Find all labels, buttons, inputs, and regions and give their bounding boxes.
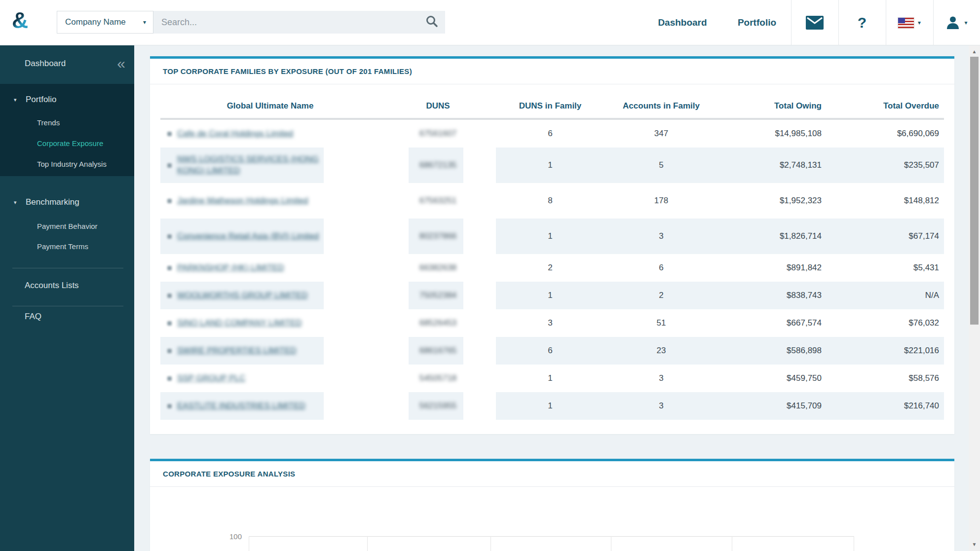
sidebar-item-payment-terms[interactable]: Payment Terms — [37, 241, 88, 253]
table-row: Convenience Retail Asia (BVI) Limited 80… — [160, 219, 944, 254]
exposure-table: Global Ultimate Name DUNS DUNS in Family… — [160, 84, 944, 420]
duns-in-family-cell: 2 — [496, 254, 604, 282]
row-marker-icon — [167, 163, 172, 168]
row-marker-icon — [167, 132, 172, 136]
gridline-vertical — [854, 536, 854, 551]
search-bar — [153, 11, 445, 34]
company-name-cell: WOOLWORTHS GROUP LIMITED — [160, 282, 380, 309]
table-row: NWS LOGISTICS SERVICES (HONG KONG) LIMIT… — [160, 147, 944, 183]
col-duns: DUNS — [380, 101, 496, 111]
exposure-table-header: Global Ultimate Name DUNS DUNS in Family… — [160, 84, 944, 118]
scroll-down-arrow-icon[interactable]: ▼ — [969, 542, 980, 547]
total-owing-cell: $2,748,131 — [718, 147, 827, 183]
mail-icon[interactable] — [791, 0, 838, 45]
duns-cell: 54505718 — [380, 365, 496, 392]
company-name-link[interactable]: Convenience Retail Asia (BVI) Limited — [177, 231, 319, 242]
chevron-down-icon: ▾ — [14, 196, 17, 208]
duns-in-family-cell: 1 — [496, 282, 604, 309]
accounts-in-family-cell: 3 — [604, 365, 718, 392]
table-row: Jardine Matheson Holdings Limited 675632… — [160, 183, 944, 219]
company-name-dropdown[interactable]: Company Name ▾ — [57, 11, 153, 34]
sidebar-item-corporate-exposure[interactable]: Corporate Exposure — [37, 138, 103, 149]
accounts-in-family-cell: 2 — [604, 282, 718, 309]
total-overdue-cell: $76,032 — [827, 309, 944, 337]
dnb-logo[interactable]: & — [12, 7, 28, 34]
col-total-overdue: Total Overdue — [827, 101, 944, 111]
total-overdue-cell: $58,576 — [827, 365, 944, 392]
table-row: Cafe de Coral Holdings Limited 67561607 … — [160, 120, 944, 147]
gridline-100 — [249, 536, 854, 537]
company-name-link[interactable]: Cafe de Coral Holdings Limited — [177, 128, 293, 140]
total-overdue-cell: $216,740 — [827, 392, 944, 420]
vertical-scrollbar[interactable]: ▲ ▼ — [969, 45, 980, 551]
total-owing-cell: $14,985,108 — [718, 120, 827, 147]
company-name-link[interactable]: NWS LOGISTICS SERVICES (HONG KONG) LIMIT… — [177, 154, 325, 177]
sidebar-item-benchmarking[interactable]: Benchmarking — [26, 196, 79, 208]
nav-portfolio-link[interactable]: Portfolio — [738, 0, 776, 45]
accounts-in-family-cell: 5 — [604, 147, 718, 183]
sidebar-item-faq[interactable]: FAQ — [25, 311, 41, 323]
sidebar-item-top-industry-analysis[interactable]: Top Industry Analysis — [37, 158, 107, 170]
company-name-link[interactable]: SSP GROUP PLC — [177, 373, 245, 384]
company-name-link[interactable]: SWIRE PROPERTIES LIMITED — [177, 345, 297, 357]
sidebar-divider — [12, 268, 123, 268]
company-name-cell: NWS LOGISTICS SERVICES (HONG KONG) LIMIT… — [160, 147, 380, 183]
search-icon[interactable] — [425, 15, 438, 30]
user-menu[interactable]: ▾ — [933, 0, 980, 45]
total-owing-cell: $838,743 — [718, 282, 827, 309]
company-name-link[interactable]: EASTLITE INDUSTRIES LIMITED — [177, 401, 305, 412]
language-flag-dropdown[interactable]: ▾ — [886, 0, 933, 45]
duns-in-family-cell: 1 — [496, 147, 604, 183]
top-header: & Company Name ▾ Dashboard Portfolio ? ▾ — [0, 0, 980, 45]
duns-in-family-cell: 8 — [496, 183, 604, 219]
accounts-in-family-cell: 6 — [604, 254, 718, 282]
duns-cell: 68526453 — [380, 309, 496, 337]
gridline-vertical — [732, 536, 732, 551]
nav-dashboard-link[interactable]: Dashboard — [658, 0, 707, 45]
duns-cell: 66382638 — [380, 254, 496, 282]
total-owing-cell: $667,574 — [718, 309, 827, 337]
sidebar-item-accounts-lists[interactable]: Accounts Lists — [25, 280, 79, 292]
analysis-card-title: CORPORATE EXPOSURE ANALYSIS — [163, 470, 295, 478]
total-owing-cell: $1,952,323 — [718, 183, 827, 219]
sidebar-divider — [12, 306, 123, 306]
row-marker-icon — [167, 266, 172, 270]
table-row: SWIRE PROPERTIES LIMITED 68616765 6 23 $… — [160, 337, 944, 365]
total-overdue-cell: $6,690,069 — [827, 120, 944, 147]
sidebar: Dashboard « ▾ Portfolio Trends Corporate… — [0, 45, 134, 551]
exposure-chart: 100 90 — [150, 487, 954, 551]
sidebar-item-dashboard[interactable]: Dashboard — [25, 58, 66, 70]
total-owing-cell: $415,709 — [718, 392, 827, 420]
company-name-cell: SSP GROUP PLC — [160, 365, 380, 392]
search-input[interactable] — [153, 17, 421, 28]
company-name-link[interactable]: SINO LAND COMPANY LIMITED — [177, 318, 302, 329]
company-name-link[interactable]: WOOLWORTHS GROUP LIMITED — [177, 290, 307, 301]
company-name-cell: Jardine Matheson Holdings Limited — [160, 183, 380, 219]
sidebar-item-trends[interactable]: Trends — [37, 117, 60, 129]
duns-cell: 56215955 — [380, 392, 496, 420]
total-owing-cell: $459,750 — [718, 365, 827, 392]
exposure-card-title: TOP CORPORATE FAMILIES BY EXPOSURE (OUT … — [163, 67, 412, 75]
chevron-down-icon: ▾ — [143, 19, 146, 25]
chevron-down-icon: ▾ — [918, 20, 921, 26]
company-name-link[interactable]: PARKNSHOP (HK) LIMITED — [177, 262, 284, 274]
app-screen: & Company Name ▾ Dashboard Portfolio ? ▾ — [0, 0, 980, 551]
scrollbar-thumb[interactable] — [970, 57, 979, 325]
duns-cell: 68616765 — [380, 337, 496, 365]
row-marker-icon — [167, 349, 172, 353]
table-row: SINO LAND COMPANY LIMITED 68526453 3 51 … — [160, 309, 944, 337]
row-marker-icon — [167, 199, 172, 203]
gridline-vertical — [611, 536, 611, 551]
accounts-in-family-cell: 347 — [604, 120, 718, 147]
sidebar-item-portfolio[interactable]: Portfolio — [26, 94, 56, 106]
y-axis-tick-100: 100 — [212, 532, 242, 541]
duns-in-family-cell: 6 — [496, 337, 604, 365]
scroll-up-arrow-icon[interactable]: ▲ — [969, 49, 980, 54]
company-name-cell: Convenience Retail Asia (BVI) Limited — [160, 219, 380, 254]
company-name-link[interactable]: Jardine Matheson Holdings Limited — [177, 195, 308, 207]
duns-in-family-cell: 1 — [496, 219, 604, 254]
col-total-owing: Total Owing — [718, 101, 827, 111]
help-icon[interactable]: ? — [838, 0, 886, 45]
sidebar-item-payment-behavior[interactable]: Payment Behavior — [37, 220, 98, 232]
sidebar-collapse-icon[interactable]: « — [117, 56, 124, 71]
